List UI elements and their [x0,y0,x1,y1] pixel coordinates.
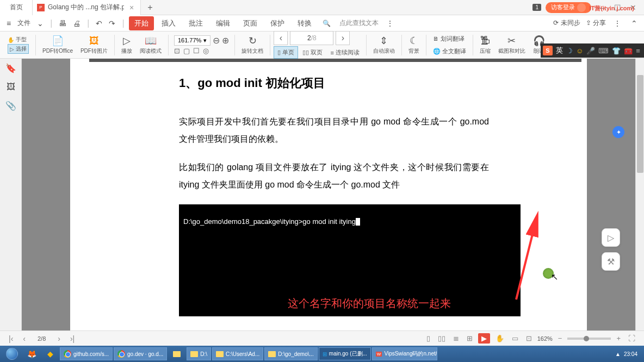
vertical-scrollbar[interactable] [635,59,644,330]
system-tray[interactable]: ▲ 23:04 [615,351,642,357]
zoom-level[interactable]: 161.77% ▾ [174,35,210,46]
hamburger-icon[interactable]: ≡ [4,19,13,28]
new-tab-button[interactable]: + [141,3,159,13]
ime-toolbar[interactable]: S 英 ☽ ☺ 🎤 ⌨ 👕 🧰 ≡ [541,43,644,58]
zoom-in-icon[interactable]: ⊕ [222,35,229,46]
notification-badge[interactable]: 1 [532,4,541,11]
bookmark-icon[interactable]: 🔖 [5,63,16,73]
start-button[interactable] [2,347,22,361]
double-page-button[interactable]: ▯▯双页 [299,46,326,59]
single-page-button[interactable]: ▯单页 [274,46,298,59]
rotate-tool[interactable]: ↻ 旋转文档 [238,35,267,55]
read-mode[interactable]: 📖 阅读模式 [137,35,165,55]
share-button[interactable]: ⇪ 分享 [586,18,606,28]
background-tool[interactable]: ☾ 背景 [405,35,423,55]
home-tab[interactable]: 首页 [0,0,33,15]
crop-compare-tool[interactable]: ✂ 截图和对比 [495,35,529,55]
float-tool-icon[interactable]: ⚒ [602,252,620,271]
view-double-icon[interactable]: ▯▯ [436,334,448,342]
ime-moon-icon[interactable]: ☽ [566,47,573,55]
scroll-thumb[interactable] [637,75,643,173]
firefox-icon[interactable]: 🦊 [23,347,40,361]
status-page[interactable]: 2/8 [33,335,50,342]
view-continuous-icon[interactable]: ≣ [451,334,461,342]
save-icon[interactable]: 🖶 [57,19,69,28]
view-grid-icon[interactable]: ⊞ [465,334,475,342]
task-folder-3[interactable]: D:\go_demo\... [264,347,318,360]
ime-skin-icon[interactable]: 👕 [612,47,621,55]
zoom-slider[interactable] [567,338,611,340]
next-page-icon[interactable]: › [55,334,63,343]
attachment-icon[interactable]: 📎 [5,101,16,111]
ime-menu-icon[interactable]: ≡ [636,47,640,55]
actual-size-icon[interactable]: ☐ [193,47,200,55]
status-select-icon[interactable]: ▭ [510,334,521,342]
last-page-icon[interactable]: ›| [68,334,77,343]
print-icon[interactable]: 🖨 [71,19,83,28]
full-translate[interactable]: 🌐全文翻译 [430,46,469,57]
fit-page-icon[interactable]: ▢ [183,47,190,55]
explorer-pinned-icon[interactable] [168,347,185,361]
file-menu[interactable]: 文件 [15,18,33,28]
status-hand-icon[interactable]: ✋ [493,334,506,342]
task-chrome-2[interactable]: go.dev · go.d... [114,347,167,360]
pdf-to-image[interactable]: 🖼 PDF转图片 [77,35,111,55]
search-dropdown-icon[interactable]: ⋮ [384,19,396,28]
auto-scroll[interactable]: ⇕ 自动滚动 [370,35,398,55]
zoom-out-status-icon[interactable]: − [556,334,565,342]
tab-convert[interactable]: 转换 [292,16,317,30]
next-page-button[interactable]: › [336,31,350,45]
zoom-out-icon[interactable]: ⊖ [213,35,220,46]
login-button[interactable]: 访客登录 [546,2,591,13]
search-input[interactable]: 点此查找文本 [336,18,382,28]
thumbnail-icon[interactable]: 🖼 [7,82,15,92]
continuous-button[interactable]: ≡连续阅读 [327,46,362,59]
zoom-in-status-icon[interactable]: + [614,334,623,342]
view-single-icon[interactable]: ▯ [424,334,432,342]
fullscreen-icon[interactable]: ⛶ [626,334,637,342]
tab-edit[interactable]: 编辑 [210,16,236,30]
tab-insert[interactable]: 插入 [156,16,181,30]
prev-page-button[interactable]: ‹ [274,31,288,45]
task-folder-1[interactable]: D:\ [187,347,211,360]
zoom-handle[interactable] [584,336,589,341]
tab-annotate[interactable]: 批注 [183,16,208,30]
pdf-to-office[interactable]: 📄 PDF转Office [39,35,76,55]
ime-mic-icon[interactable]: 🎤 [586,47,595,55]
float-play-icon[interactable]: ▷ [602,228,620,247]
task-chrome-1[interactable]: github.com/s... [60,347,113,360]
tab-page[interactable]: 页面 [238,16,263,30]
sync-status[interactable]: ⟳ 未同步 [553,18,580,28]
ime-lang[interactable]: 英 [556,46,563,55]
prev-page-icon[interactable]: ‹ [21,334,28,343]
zoom-status[interactable]: 162% [537,335,553,342]
app-icon[interactable]: ◆ [41,347,59,361]
status-fit-icon[interactable]: ⊡ [524,334,534,342]
collapse-icon[interactable]: ⌃ [629,19,640,28]
hand-tool[interactable]: ✋手型 [8,36,29,43]
task-vscode[interactable]: ⊞main.go (已删... [319,347,371,360]
ime-emoji-icon[interactable]: ☺ [576,47,583,55]
zoom-selection-icon[interactable]: ◎ [203,47,209,55]
tab-close-icon[interactable]: × [127,3,136,12]
ime-toolbox-icon[interactable]: 🧰 [624,47,633,55]
task-folder-2[interactable]: C:\Users\Ad... [212,347,263,360]
page-input[interactable]: 2/8 [290,31,333,45]
chevron-down-icon[interactable]: ⌄ [35,19,46,28]
first-page-icon[interactable]: |‹ [7,334,15,343]
more-icon[interactable]: ⋮ [611,19,623,28]
tray-expand-icon[interactable]: ▲ [615,351,621,357]
tab-start[interactable]: 开始 [129,16,154,30]
undo-icon[interactable]: ↶ [94,19,104,28]
tab-protect[interactable]: 保护 [265,16,290,30]
ime-keyboard-icon[interactable]: ⌨ [598,47,609,55]
task-wps[interactable]: WVipsSwiang码的n.net/a开 [372,347,437,360]
sogou-icon[interactable]: S [543,46,553,55]
file-tab[interactable]: P Golang 中的 ...ng 包详解.pdf × [33,0,141,15]
play-tool[interactable]: ▷ 播放 [118,35,135,55]
word-translate[interactable]: 🗎划词翻译 [430,33,469,45]
select-tool[interactable]: ▷选择 [8,44,29,54]
document-viewport[interactable]: 1、go mod init 初始化项目 实际项目开发中我们首先要在我们项目目录中… [22,59,635,330]
fit-width-icon[interactable]: ⊡ [174,47,180,55]
compress-tool[interactable]: 🗜 压缩 [476,35,494,55]
